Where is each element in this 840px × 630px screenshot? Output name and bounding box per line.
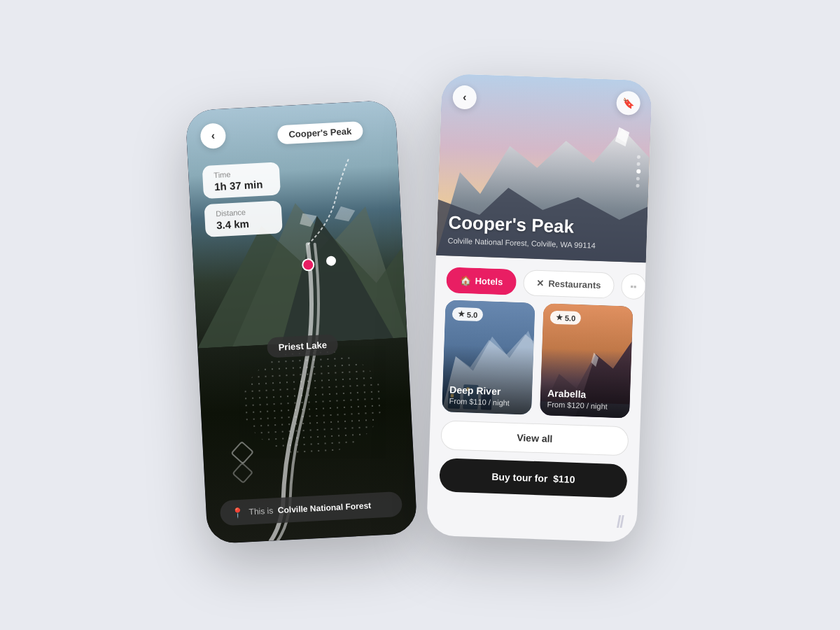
- hotel-cards-grid: ★ 5.0 Deep River From $110 / night: [430, 300, 645, 427]
- bottom-location-name: Colville National Forest: [278, 500, 372, 515]
- star-icon: ★: [458, 309, 465, 318]
- waypoint-label: Priest Lake: [267, 334, 339, 358]
- deep-river-rating: ★ 5.0: [452, 307, 484, 322]
- scroll-dot-3: [636, 169, 640, 174]
- tab-more[interactable]: ▪▪: [621, 273, 646, 300]
- arabella-rating-value: 5.0: [565, 314, 576, 323]
- hero-image: ‹ 🔖 Cooper's Peak Colville National Fore…: [436, 74, 652, 262]
- back-icon-left: ‹: [211, 130, 215, 142]
- back-icon-right: ‹: [463, 91, 467, 104]
- time-card: Time 1h 37 min: [202, 162, 281, 199]
- view-all-label: View all: [517, 432, 553, 444]
- bottom-prefix-text: This is Colville National Forest: [248, 500, 371, 517]
- bookmark-icon: 🔖: [622, 97, 635, 109]
- arabella-name: Arabella: [547, 387, 623, 401]
- left-phone: ‹ Cooper's Peak Time 1h 37 min Distance …: [186, 100, 418, 545]
- distance-value: 3.4 km: [216, 216, 272, 231]
- hotels-icon: 🏠: [459, 275, 471, 286]
- category-tabs: 🏠 Hotels ✕ Restaurants ▪▪: [435, 255, 646, 307]
- hero-location-info: Cooper's Peak Colville National Forest, …: [447, 211, 596, 249]
- scroll-dot-1: [637, 155, 640, 159]
- right-phone: ‹ 🔖 Cooper's Peak Colville National Fore…: [426, 74, 652, 542]
- scroll-dot-4: [636, 177, 640, 181]
- location-label-text: Cooper's Peak: [288, 126, 351, 140]
- svg-rect-6: [233, 463, 253, 483]
- buy-tour-text: Buy tour for $110: [491, 471, 575, 485]
- hotel-card-arabella[interactable]: ★ 5.0 Arabella From $120 / night: [540, 303, 634, 418]
- deep-river-name: Deep River: [449, 384, 525, 398]
- tab-hotels[interactable]: 🏠 Hotels: [446, 267, 517, 295]
- scroll-dot-2: [637, 162, 640, 166]
- restaurants-label: Restaurants: [548, 278, 601, 290]
- arabella-rating: ★ 5.0: [550, 311, 582, 326]
- buy-tour-price: $110: [553, 473, 575, 485]
- info-cards: Time 1h 37 min Distance 3.4 km: [202, 162, 283, 237]
- buy-tour-button[interactable]: Buy tour for $110: [439, 458, 628, 498]
- scroll-dot-5: [636, 184, 639, 188]
- svg-marker-4: [334, 206, 356, 223]
- distance-card: Distance 3.4 km: [204, 200, 283, 237]
- svg-rect-5: [232, 442, 253, 463]
- pin-icon: 📍: [231, 507, 244, 519]
- hotel-card-deep-river[interactable]: ★ 5.0 Deep River From $110 / night: [442, 300, 536, 414]
- arabella-info: Arabella From $120 / night: [547, 387, 623, 411]
- tab-restaurants[interactable]: ✕ Restaurants: [523, 270, 615, 299]
- hotels-label: Hotels: [475, 276, 503, 287]
- view-all-button[interactable]: View all: [440, 420, 629, 456]
- direction-arrows: [230, 440, 275, 500]
- rating-value: 5.0: [467, 310, 478, 319]
- hero-location-name: Cooper's Peak: [448, 211, 596, 238]
- restaurants-icon: ✕: [536, 278, 545, 288]
- star-icon-2: ★: [556, 313, 563, 322]
- more-icon: ▪▪: [630, 281, 637, 292]
- deep-river-info: Deep River From $110 / night: [449, 384, 525, 408]
- watermark: //: [617, 512, 623, 532]
- time-value: 1h 37 min: [214, 178, 270, 192]
